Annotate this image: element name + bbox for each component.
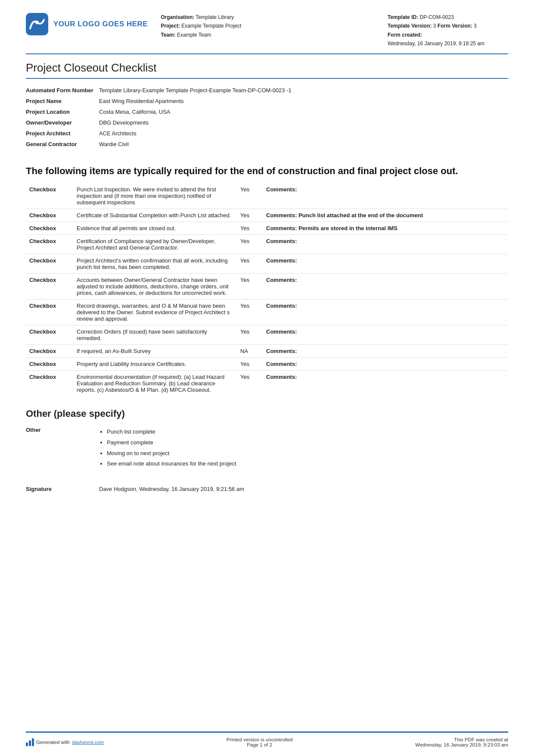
- doc-title: Project Closeout Checklist: [26, 61, 508, 79]
- checklist-col1: Checkbox: [26, 235, 73, 254]
- checklist-col3: Yes: [237, 254, 263, 274]
- signature-table: Signature Dave Hodgson, Wednesday, 16 Ja…: [26, 484, 508, 494]
- checklist-col1: Checkbox: [26, 222, 73, 235]
- list-item: Moving on to next project: [107, 448, 505, 459]
- checklist-col3: Yes: [237, 300, 263, 325]
- footer-left: Generated with dashpivot.com: [26, 738, 104, 746]
- other-row: Other Punch list completePayment complet…: [26, 425, 508, 472]
- checklist-col4: Comments: Punch list attached at the end…: [263, 209, 508, 222]
- info-label: General Contractor: [26, 139, 99, 150]
- other-list: Punch list completePayment completeMovin…: [99, 427, 505, 469]
- info-row: Owner/DeveloperDBG Developments: [26, 117, 508, 128]
- form-version-label: Form Version:: [438, 23, 472, 29]
- signature-label: Signature: [26, 484, 99, 494]
- signature-row: Signature Dave Hodgson, Wednesday, 16 Ja…: [26, 484, 508, 494]
- checklist-col3: Yes: [237, 358, 263, 371]
- info-row: Project NameEast Wing Residential Apartm…: [26, 96, 508, 106]
- checklist-row: Checkbox Punch List Inspection. We were …: [26, 183, 508, 209]
- checklist-row: Checkbox Correction Orders (if issued) h…: [26, 325, 508, 345]
- info-value: DBG Developments: [99, 117, 508, 128]
- info-row: General ContractorWardie Civil: [26, 139, 508, 150]
- header: YOUR LOGO GOES HERE Organisation: Templa…: [26, 13, 508, 54]
- checklist-col1: Checkbox: [26, 325, 73, 345]
- checklist-col3: Yes: [237, 222, 263, 235]
- info-row: Automated Form NumberTemplate Library-Ex…: [26, 85, 508, 96]
- checklist-col3: Yes: [237, 183, 263, 209]
- checklist-col1: Checkbox: [26, 300, 73, 325]
- footer-uncontrolled: Printed version is uncontrolled: [227, 737, 293, 742]
- checklist-col2: Record drawings, warranties, and O & M M…: [73, 300, 237, 325]
- project-label: Project:: [161, 23, 180, 29]
- checklist-col4: Comments:: [263, 300, 508, 325]
- checklist-col3: Yes: [237, 371, 263, 397]
- header-right: Template ID: DP-COM-0023 Template Versio…: [388, 13, 508, 48]
- form-created-value: Wednesday, 16 January 2019, 9:18:25 am: [388, 41, 484, 47]
- info-label: Project Name: [26, 96, 99, 106]
- logo-text: YOUR LOGO GOES HERE: [53, 19, 148, 29]
- checklist-col4: Comments:: [263, 358, 508, 371]
- checklist-col1: Checkbox: [26, 358, 73, 371]
- checklist-col2: Certification of Compliance signed by Ow…: [73, 235, 237, 254]
- footer-link[interactable]: dashpivot.com: [72, 740, 104, 745]
- org-value: Template Library: [196, 14, 234, 20]
- checklist-col3: Yes: [237, 274, 263, 300]
- info-label: Owner/Developer: [26, 117, 99, 128]
- checklist-col1: Checkbox: [26, 254, 73, 274]
- footer-generated-text: Generated with: [36, 740, 70, 745]
- checklist-col4: Comments:: [263, 371, 508, 397]
- other-table: Other Punch list completePayment complet…: [26, 425, 508, 472]
- checklist-col3: NA: [237, 345, 263, 358]
- info-label: Project Location: [26, 106, 99, 117]
- info-row: Project LocationCosta Mesa, California, …: [26, 106, 508, 117]
- logo-area: YOUR LOGO GOES HERE: [26, 13, 148, 35]
- template-version-label: Template Version:: [388, 23, 432, 29]
- checklist-table: Checkbox Punch List Inspection. We were …: [26, 183, 508, 396]
- checklist-col4: Comments:: [263, 325, 508, 345]
- checklist-col2: Punch List Inspection. We were invited t…: [73, 183, 237, 209]
- list-item: Payment complete: [107, 437, 505, 448]
- checklist-col4: Comments:: [263, 235, 508, 254]
- template-id-value: DP-COM-0023: [419, 14, 453, 20]
- footer-center: Printed version is uncontrolled Page 1 o…: [227, 737, 293, 747]
- info-label: Automated Form Number: [26, 85, 99, 96]
- other-list-cell: Punch list completePayment completeMovin…: [99, 425, 508, 472]
- checklist-col2: Environmental documentation (if required…: [73, 371, 237, 397]
- list-item: See email note about insurances for the …: [107, 459, 505, 469]
- info-row: Project ArchitectACE Architects: [26, 128, 508, 139]
- info-label: Project Architect: [26, 128, 99, 139]
- logo-icon: [26, 13, 48, 35]
- checklist-row: Checkbox Record drawings, warranties, an…: [26, 300, 508, 325]
- checklist-row: Checkbox Certificate of Substantial Comp…: [26, 209, 508, 222]
- checklist-col2: Certificate of Substantial Completion wi…: [73, 209, 237, 222]
- template-id-label: Template ID:: [388, 14, 418, 20]
- checklist-row: Checkbox Property and Liability Insuranc…: [26, 358, 508, 371]
- checklist-row: Checkbox Accounts between Owner/General …: [26, 274, 508, 300]
- checklist-row: Checkbox Certification of Compliance sig…: [26, 235, 508, 254]
- checklist-row: Checkbox Project Architect's written con…: [26, 254, 508, 274]
- checklist-col3: Yes: [237, 325, 263, 345]
- team-value: Example Team: [177, 32, 211, 38]
- other-heading: Other (please specify): [26, 408, 508, 419]
- checklist-row: Checkbox If required, an As-Built Survey…: [26, 345, 508, 358]
- checklist-col1: Checkbox: [26, 371, 73, 397]
- checklist-col2: Property and Liability Insurance Certifi…: [73, 358, 237, 371]
- checklist-row: Checkbox Environmental documentation (if…: [26, 371, 508, 397]
- footer-bars-icon: [26, 738, 34, 746]
- section-heading: The following items are typically requir…: [26, 165, 508, 178]
- footer-right: This PDF was created at Wednesday, 16 Ja…: [415, 737, 508, 747]
- checklist-row: Checkbox Evidence that all permits are c…: [26, 222, 508, 235]
- checklist-col4: Comments:: [263, 183, 508, 209]
- checklist-col2: Accounts between Owner/General Contracto…: [73, 274, 237, 300]
- footer: Generated with dashpivot.com Printed ver…: [26, 731, 508, 747]
- checklist-col2: If required, an As-Built Survey: [73, 345, 237, 358]
- info-value: East Wing Residential Apartments: [99, 96, 508, 106]
- info-value: Template Library-Example Template Projec…: [99, 85, 508, 96]
- footer-pdf-label: This PDF was created at: [415, 737, 508, 742]
- info-value: ACE Architects: [99, 128, 508, 139]
- org-label: Organisation:: [161, 14, 194, 20]
- info-value: Wardie Civil: [99, 139, 508, 150]
- other-label: Other: [26, 425, 99, 472]
- form-version-value: 3: [474, 23, 477, 29]
- info-table: Automated Form NumberTemplate Library-Ex…: [26, 85, 508, 150]
- checklist-col1: Checkbox: [26, 274, 73, 300]
